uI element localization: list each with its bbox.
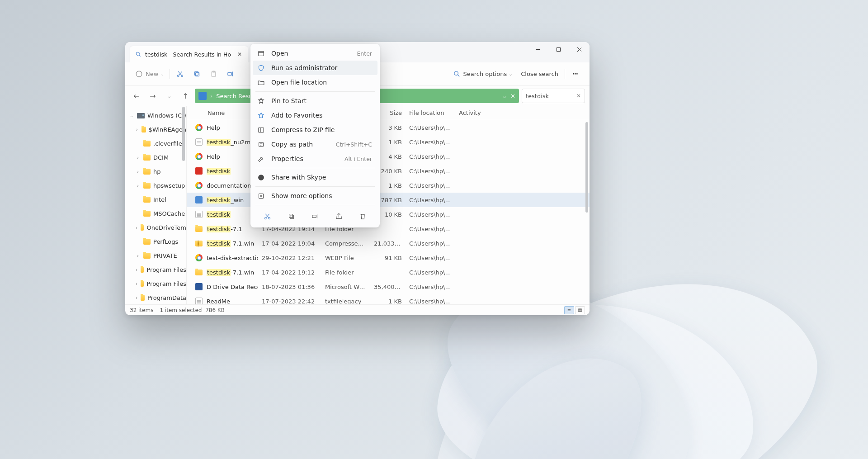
menu-rename-button[interactable] — [308, 209, 322, 223]
tab-close-button[interactable]: ✕ — [235, 49, 245, 59]
tree-item[interactable]: ›PerfLogs — [125, 235, 186, 249]
tab-active[interactable]: testdisk - Search Results in Ho ✕ — [130, 46, 248, 62]
file-row[interactable]: testdisk-7.1 17-04-2022 19:14 File folde… — [187, 222, 590, 236]
tree-item[interactable]: ›Intel — [125, 193, 186, 207]
minimize-button[interactable] — [527, 42, 548, 57]
chevron-down-icon[interactable]: ⌵ — [503, 93, 506, 99]
tree-item[interactable]: ›DCIM — [125, 151, 186, 165]
column-location[interactable]: File location — [406, 109, 455, 116]
svg-line-22 — [458, 75, 459, 77]
menu-copy-path[interactable]: Copy as path Ctrl+Shift+C — [253, 137, 377, 151]
tree-item[interactable]: ›OneDriveTem — [125, 221, 186, 235]
file-row[interactable]: testdisk_win 787 KB C:\Users\hp\Down... — [187, 193, 590, 207]
file-row[interactable]: documentation 1 KB C:\Users\hp\Down... — [187, 178, 590, 193]
svg-rect-23 — [259, 51, 264, 56]
search-input[interactable]: testdisk ✕ — [522, 89, 585, 103]
file-row[interactable]: ReadMe 17-07-2023 22:42 txtfilelegacy 1 … — [187, 294, 590, 304]
tree-item[interactable]: ›hp — [125, 165, 186, 179]
zip-icon — [257, 126, 265, 134]
close-search-button[interactable]: Close search — [517, 66, 562, 82]
trash-icon — [359, 213, 367, 220]
tree-item[interactable]: ›ProgramData — [125, 291, 186, 304]
scrollbar[interactable] — [585, 122, 588, 213]
menu-share-button[interactable] — [332, 209, 346, 223]
close-button[interactable] — [569, 42, 590, 57]
icons-view-button[interactable]: ▦ — [575, 306, 585, 314]
folder-icon — [143, 197, 151, 203]
svg-point-0 — [136, 52, 139, 55]
file-row[interactable]: testdisk 240 KB C:\Users\hp\Down... — [187, 164, 590, 178]
file-row[interactable]: Help 4 KB C:\Users\hp\Down... — [187, 149, 590, 164]
folder-icon — [141, 267, 144, 273]
scrollbar[interactable] — [182, 107, 185, 161]
column-activity[interactable]: Activity — [455, 109, 491, 116]
menu-compress-zip[interactable]: Compress to ZIP file — [253, 123, 377, 137]
column-name[interactable]: Name — [195, 109, 258, 116]
menu-copy-button[interactable] — [284, 209, 298, 223]
clear-address-button[interactable]: ✕ — [510, 93, 515, 99]
svg-line-37 — [265, 213, 269, 218]
item-count: 32 items — [130, 307, 153, 313]
folder-icon — [143, 183, 151, 189]
menu-properties[interactable]: Properties Alt+Enter — [253, 151, 377, 166]
menu-delete-button[interactable] — [356, 209, 370, 223]
svg-rect-25 — [259, 128, 264, 132]
tree-item[interactable]: ›PRIVATE — [125, 249, 186, 263]
svg-line-12 — [179, 71, 182, 76]
folder-icon — [143, 211, 151, 217]
file-row[interactable]: testdisk_nu2men 1 KB C:\Users\hp\Down... — [187, 135, 590, 149]
file-row[interactable]: testdisk 10 KB C:\Users\hp\Down... — [187, 207, 590, 222]
up-button[interactable]: ↑ — [179, 89, 192, 103]
menu-pin-start[interactable]: Pin to Start — [253, 94, 377, 108]
file-row[interactable]: testdisk-7.1.win 17-04-2022 19:12 File f… — [187, 265, 590, 279]
details-view-button[interactable]: ≡ — [564, 306, 574, 314]
paste-button[interactable] — [206, 66, 221, 82]
back-button[interactable]: ← — [130, 89, 143, 103]
wrench-icon — [257, 155, 265, 163]
tree-item-drive[interactable]: ⌵ Windows (C:) — [125, 109, 186, 123]
copy-icon — [288, 213, 295, 220]
more-button[interactable]: ⋯ — [568, 66, 583, 82]
maximize-button[interactable] — [548, 42, 569, 57]
column-headers: Name Size File location Activity — [187, 106, 590, 120]
copy-icon — [193, 70, 201, 78]
tree-item[interactable]: ›Program Files — [125, 277, 186, 291]
svg-rect-14 — [195, 72, 198, 76]
tree-item[interactable]: ›$WinREAgen — [125, 123, 186, 137]
rename-button[interactable] — [223, 66, 238, 82]
new-button[interactable]: New ⌵ — [132, 66, 167, 82]
menu-share-skype[interactable]: Share with Skype — [253, 170, 377, 185]
file-row[interactable]: test-disk-extraction 29-10-2022 12:21 WE… — [187, 251, 590, 265]
folder-icon — [143, 155, 151, 161]
menu-cut-button[interactable] — [260, 209, 274, 223]
tree-item[interactable]: ›.cleverfiles — [125, 137, 186, 151]
folder-icon — [143, 169, 151, 175]
file-row[interactable]: testdisk-7.1.win 17-04-2022 19:04 Compre… — [187, 236, 590, 251]
folder-icon — [143, 239, 151, 245]
tree-item[interactable]: ›hpswsetup — [125, 179, 186, 193]
chrome-icon — [195, 254, 203, 261]
copy-button[interactable] — [189, 66, 204, 82]
menu-open[interactable]: Open Enter — [253, 46, 377, 61]
svg-line-11 — [179, 71, 182, 76]
search-options-button[interactable]: Search options ⌵ — [449, 66, 516, 82]
tree-item[interactable]: ›MSOCache — [125, 207, 186, 221]
svg-point-21 — [454, 71, 458, 76]
svg-line-36 — [266, 213, 269, 218]
more-icon — [257, 192, 265, 200]
menu-show-more[interactable]: Show more options — [253, 189, 377, 203]
menu-run-admin[interactable]: Run as administrator — [253, 61, 377, 75]
recent-button[interactable]: ⌵ — [162, 89, 176, 103]
file-row[interactable]: Help 3 KB C:\Users\hp\Down... — [187, 120, 590, 135]
svg-line-1 — [139, 55, 141, 57]
cut-button[interactable] — [173, 66, 188, 82]
nav-tree: ⌵ Windows (C:) ›$WinREAgen›.cleverfiles›… — [125, 106, 186, 304]
tree-item[interactable]: ›Program Files — [125, 263, 186, 277]
forward-button[interactable]: → — [146, 89, 160, 103]
svg-rect-27 — [259, 142, 264, 147]
menu-add-favorites[interactable]: Add to Favorites — [253, 108, 377, 123]
menu-open-location[interactable]: Open file location — [253, 75, 377, 90]
clear-search-button[interactable]: ✕ — [576, 93, 581, 99]
svg-rect-40 — [312, 215, 316, 218]
file-row[interactable]: D Drive Data Recov... 18-07-2023 01:36 M… — [187, 279, 590, 294]
